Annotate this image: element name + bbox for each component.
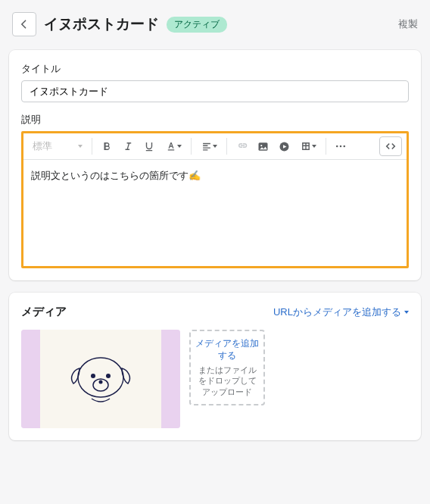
italic-button[interactable] bbox=[118, 136, 138, 156]
chevron-down-icon bbox=[404, 311, 409, 314]
description-editor: 標準 bbox=[21, 131, 409, 268]
product-details-card: タイトル 説明 標準 bbox=[9, 50, 421, 280]
status-badge: アクティブ bbox=[167, 17, 227, 33]
add-media-from-url-button[interactable]: URLからメディアを追加する bbox=[273, 305, 409, 319]
svg-point-7 bbox=[91, 374, 95, 378]
media-heading: メディア bbox=[21, 305, 67, 319]
italic-icon bbox=[123, 141, 133, 152]
title-input[interactable] bbox=[21, 80, 409, 102]
svg-point-1 bbox=[260, 144, 262, 146]
add-media-from-url-label: URLからメディアを追加する bbox=[273, 305, 401, 319]
chevron-down-icon bbox=[78, 145, 83, 148]
dropzone-add-link: メディアを追加する bbox=[195, 338, 259, 362]
text-color-icon bbox=[166, 141, 176, 152]
toolbar-separator bbox=[226, 138, 227, 155]
page-header: イヌポストカード アクティブ 複製 bbox=[0, 0, 430, 45]
back-button[interactable] bbox=[12, 12, 36, 36]
svg-point-10 bbox=[99, 380, 103, 384]
link-icon bbox=[236, 141, 248, 152]
more-button[interactable] bbox=[331, 136, 351, 156]
arrow-left-icon bbox=[18, 18, 30, 30]
image-button[interactable] bbox=[253, 136, 273, 156]
table-button[interactable] bbox=[295, 136, 321, 156]
bold-button[interactable] bbox=[97, 136, 117, 156]
align-left-icon bbox=[201, 141, 212, 152]
paragraph-style-label: 標準 bbox=[33, 139, 52, 153]
title-label: タイトル bbox=[21, 62, 409, 76]
code-view-button[interactable] bbox=[379, 136, 402, 156]
description-label: 説明 bbox=[21, 113, 409, 127]
chevron-down-icon bbox=[213, 145, 217, 148]
svg-point-3 bbox=[336, 146, 338, 148]
video-button[interactable] bbox=[274, 136, 294, 156]
play-circle-icon bbox=[279, 141, 290, 152]
paragraph-style-select[interactable]: 標準 bbox=[28, 136, 87, 156]
toolbar-separator bbox=[326, 138, 326, 155]
image-icon bbox=[257, 141, 269, 152]
duplicate-action[interactable]: 複製 bbox=[398, 17, 418, 31]
svg-point-5 bbox=[344, 146, 346, 148]
chevron-down-icon bbox=[312, 145, 316, 148]
underline-icon bbox=[144, 141, 154, 152]
toolbar-separator bbox=[191, 138, 192, 155]
media-card: メディア URLからメディアを追加する メディアを追加する またはファイルをドロ… bbox=[9, 293, 421, 440]
svg-point-8 bbox=[106, 374, 111, 378]
page-title: イヌポストカード bbox=[44, 14, 159, 34]
code-icon bbox=[385, 140, 397, 152]
bold-icon bbox=[101, 141, 112, 152]
thumbnail-illustration bbox=[55, 341, 146, 417]
chevron-down-icon bbox=[177, 145, 182, 148]
editor-toolbar: 標準 bbox=[23, 133, 407, 160]
toolbar-separator bbox=[92, 138, 92, 155]
table-icon bbox=[301, 141, 311, 152]
media-dropzone[interactable]: メディアを追加する またはファイルをドロップしてアップロード bbox=[189, 330, 265, 405]
svg-point-4 bbox=[340, 146, 342, 148]
align-button[interactable] bbox=[196, 136, 222, 156]
dropzone-hint: またはファイルをドロップしてアップロード bbox=[195, 365, 259, 397]
underline-button[interactable] bbox=[139, 136, 159, 156]
description-textarea[interactable]: 説明文というのはこちらの箇所です✍️ bbox=[23, 160, 407, 266]
media-thumbnail[interactable] bbox=[21, 330, 180, 428]
text-color-button[interactable] bbox=[160, 136, 186, 156]
dots-horizontal-icon bbox=[335, 140, 347, 152]
link-button[interactable] bbox=[232, 136, 251, 156]
